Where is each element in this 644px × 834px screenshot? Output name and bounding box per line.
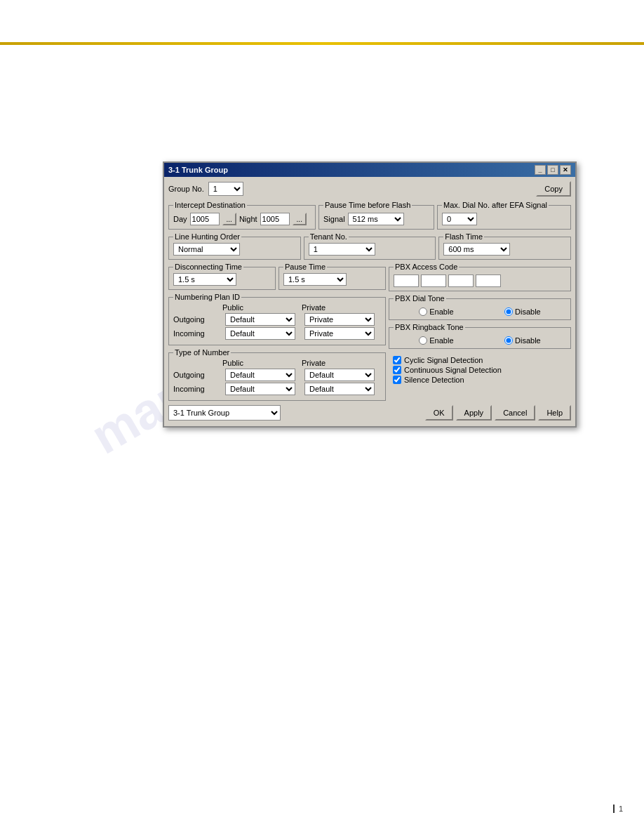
pause-flash-legend: Pause Time before Flash [323, 201, 412, 209]
pause-time-before-flash: Pause Time before Flash Signal 256 ms512… [318, 201, 434, 230]
type-of-number: Type of Number Public Private Outgoing D… [168, 348, 386, 401]
ton-outgoing-private-select[interactable]: DefaultSubscriberNationalInternational [304, 369, 375, 381]
ok-button[interactable]: OK [425, 405, 453, 421]
pbx-ringback-enable-radio[interactable] [419, 336, 427, 345]
np-private-label: Private [302, 303, 381, 312]
trunk-group-select[interactable]: 3-1 Trunk Group [168, 405, 281, 421]
line-hunting-select[interactable]: NormalCyclic [173, 243, 240, 256]
np-incoming-private-select[interactable]: PrivatePublic [304, 327, 375, 340]
np-incoming-label: Incoming [173, 329, 222, 338]
signal-detection: Cyclic Signal Detection Continuous Signa… [389, 352, 571, 387]
day-input[interactable] [190, 213, 220, 225]
group-no-row: Group No. 12345 Copy [168, 181, 571, 197]
page-number: 1 [613, 805, 623, 813]
disc-time-legend: Disconnecting Time [173, 263, 243, 271]
pbx-access-input-1[interactable] [394, 274, 419, 287]
continuous-signal-checkbox[interactable] [393, 366, 401, 374]
maximize-button[interactable]: □ [547, 165, 558, 175]
copy-button[interactable]: Copy [536, 181, 571, 197]
continuous-check-row: Continuous Signal Detection [393, 366, 567, 374]
tenant-no: Tenant No. 123 [304, 232, 436, 260]
type-of-number-legend: Type of Number [173, 348, 231, 357]
disc-pause-row: Disconnecting Time 1.5 s2.0 s3.0 s Pause… [168, 263, 386, 290]
pbx-ringback-tone: PBX Ringback Tone Enable Disable [389, 323, 571, 349]
left-col: Disconnecting Time 1.5 s2.0 s3.0 s Pause… [168, 263, 386, 401]
pbx-dial-tone-legend: PBX Dial Tone [394, 294, 446, 303]
flash-time-legend: Flash Time [443, 232, 484, 241]
signal-label: Signal [323, 215, 345, 223]
silence-check-row: Silence Detection [393, 376, 567, 384]
pbx-ringback-enable-label[interactable]: Enable [419, 336, 453, 345]
right-col: PBX Access Code PBX Dial Tone Enabl [389, 263, 571, 401]
pbx-dial-tone-radios: Enable Disable [394, 307, 566, 316]
pbx-access-input-3[interactable] [448, 274, 474, 287]
silence-detection-checkbox[interactable] [393, 376, 401, 384]
np-outgoing-label: Outgoing [173, 315, 222, 324]
group-no-left: Group No. 12345 [168, 182, 243, 196]
cancel-button[interactable]: Cancel [495, 405, 535, 421]
pbx-dial-enable-radio[interactable] [419, 307, 427, 316]
intercept-dest-legend: Intercept Destination [173, 201, 247, 209]
intercept-destination: Intercept Destination Day ... Night ... [168, 201, 316, 230]
pbx-access-input-4[interactable] [476, 274, 501, 287]
pbx-dial-disable-radio[interactable] [504, 307, 513, 316]
apply-button[interactable]: Apply [456, 405, 492, 421]
ton-incoming-label: Incoming [173, 385, 222, 393]
pbx-dial-tone: PBX Dial Tone Enable Disable [389, 294, 571, 320]
tenant-no-select[interactable]: 123 [309, 243, 375, 256]
numbering-plan-legend: Numbering Plan ID [173, 293, 241, 301]
cyclic-signal-checkbox[interactable] [393, 356, 401, 364]
bottom-right: OK Apply Cancel Help [425, 405, 571, 421]
dialog-title: 3-1 Trunk Group [168, 166, 228, 174]
max-dial-inner: 0123 [442, 213, 566, 225]
ton-incoming-private-select[interactable]: DefaultSubscriberNationalInternational [304, 383, 375, 395]
group-no-select[interactable]: 12345 [208, 182, 243, 196]
day-label: Day [173, 215, 187, 223]
group-no-label: Group No. [168, 185, 204, 193]
bottom-left: 3-1 Trunk Group [168, 405, 281, 421]
np-outgoing-public-select[interactable]: DefaultISDNPrivate [225, 313, 295, 326]
line-hunting-legend: Line Hunting Order [173, 232, 241, 241]
dialog-titlebar: 3-1 Trunk Group _ □ ✕ [164, 163, 575, 177]
night-dots-button[interactable]: ... [293, 213, 307, 225]
pbx-dial-enable-label[interactable]: Enable [419, 307, 453, 316]
ton-outgoing-public-select[interactable]: DefaultSubscriberNationalInternational [225, 369, 295, 381]
pbx-access-legend: PBX Access Code [394, 263, 459, 271]
pbx-ringback-legend: PBX Ringback Tone [394, 323, 465, 331]
np-header: Public Private [173, 303, 381, 312]
titlebar-buttons: _ □ ✕ [535, 165, 571, 175]
flash-time-select[interactable]: 300 ms600 ms900 ms [443, 243, 510, 256]
tenant-no-legend: Tenant No. [309, 232, 349, 241]
disc-time-select[interactable]: 1.5 s2.0 s3.0 s [173, 273, 236, 286]
pbx-access-input-2[interactable] [421, 274, 446, 287]
pbx-ringback-disable-radio[interactable] [504, 336, 513, 345]
pause-time: Pause Time 1.5 s2.0 s3.0 s [279, 263, 386, 290]
ton-incoming-public-select[interactable]: DefaultSubscriberNationalInternational [225, 383, 295, 395]
section-lower: Disconnecting Time 1.5 s2.0 s3.0 s Pause… [168, 263, 571, 401]
close-button[interactable]: ✕ [560, 165, 571, 175]
cyclic-check-row: Cyclic Signal Detection [393, 356, 567, 364]
pause-time-legend: Pause Time [283, 263, 327, 271]
np-outgoing-row: Outgoing DefaultISDNPrivate PrivatePubli… [173, 313, 381, 326]
pbx-ringback-disable-label[interactable]: Disable [504, 336, 541, 345]
max-dial-no: Max. Dial No. after EFA Signal 0123 [437, 201, 571, 230]
night-input[interactable] [260, 213, 290, 225]
silence-detection-label: Silence Detection [404, 376, 464, 384]
max-dial-select[interactable]: 0123 [442, 213, 477, 225]
np-incoming-public-select[interactable]: DefaultISDNPrivate [225, 327, 295, 340]
np-outgoing-private-select[interactable]: PrivatePublic [304, 313, 375, 326]
np-public-label: Public [222, 303, 302, 312]
minimize-button[interactable]: _ [535, 165, 546, 175]
day-night-row: Day ... Night ... [173, 213, 311, 225]
numbering-plan-id: Numbering Plan ID Public Private Outgoin… [168, 293, 386, 345]
pbx-dial-disable-label[interactable]: Disable [504, 307, 541, 316]
help-button[interactable]: Help [538, 405, 571, 421]
disconnecting-time: Disconnecting Time 1.5 s2.0 s3.0 s [168, 263, 276, 290]
day-dots-button[interactable]: ... [222, 213, 236, 225]
pause-time-select[interactable]: 1.5 s2.0 s3.0 s [283, 273, 347, 286]
max-dial-legend: Max. Dial No. after EFA Signal [442, 201, 549, 209]
section-mid: Line Hunting Order NormalCyclic Tenant N… [168, 232, 571, 260]
ton-incoming-row: Incoming DefaultSubscriberNationalIntern… [173, 383, 381, 395]
signal-select[interactable]: 256 ms512 ms1024 ms [348, 213, 404, 225]
bottom-row: 3-1 Trunk Group OK Apply Cancel Help [168, 404, 571, 422]
